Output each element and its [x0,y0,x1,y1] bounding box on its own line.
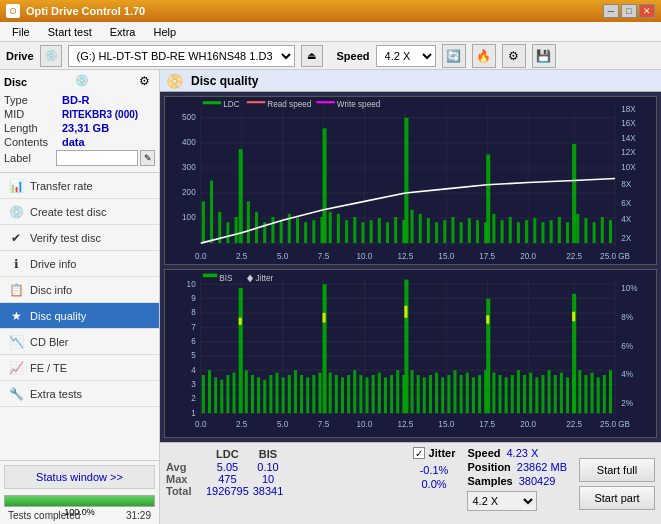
svg-rect-182 [365,377,368,413]
svg-rect-84 [468,218,471,243]
sidebar: Disc 💿 ⚙ Type BD-R MID RITEKBR3 (000) Le… [0,70,160,524]
svg-rect-216 [566,377,569,413]
svg-rect-228 [486,315,489,323]
status-window-button[interactable]: Status window >> [4,465,155,489]
svg-text:2%: 2% [621,397,633,408]
stats-avg-bis: 0.10 [249,461,287,473]
svg-text:7.5: 7.5 [318,252,330,261]
settings-button[interactable]: ⚙ [502,44,526,68]
nav-label-verify-test-disc: Verify test disc [30,232,101,244]
sidebar-item-disc-info[interactable]: 📋 Disc info [0,277,159,303]
svg-rect-178 [341,377,344,413]
svg-text:1: 1 [191,407,196,418]
drive-icon-button[interactable]: 💿 [40,45,62,67]
sidebar-item-transfer-rate[interactable]: 📊 Transfer rate [0,173,159,199]
nav-label-transfer-rate: Transfer rate [30,180,93,192]
col-header-bis: BIS [249,447,287,461]
sidebar-item-create-test-disc[interactable]: 💿 Create test disc [0,199,159,225]
svg-rect-222 [597,377,600,413]
svg-rect-158 [220,380,223,413]
svg-text:100: 100 [182,213,196,222]
start-part-button[interactable]: Start part [579,486,655,510]
drive-select[interactable]: (G:) HL-DT-ST BD-RE WH16NS48 1.D3 [68,45,295,67]
mid-label: MID [4,108,62,120]
stats-bottom-bar: LDC BIS Avg 5.05 0.10 Max [160,442,661,524]
svg-rect-164 [257,377,260,413]
svg-rect-181 [359,375,362,413]
minimize-button[interactable]: ─ [603,4,619,18]
svg-rect-96 [558,217,561,243]
svg-rect-175 [323,284,327,413]
label-edit-button[interactable]: ✎ [140,150,155,166]
sidebar-item-drive-info[interactable]: ℹ Drive info [0,251,159,277]
speed-avg-val: 4.23 X [506,447,538,459]
svg-rect-43 [203,101,221,104]
svg-rect-165 [263,380,266,413]
svg-rect-223 [603,375,606,413]
svg-rect-87 [486,154,490,243]
svg-rect-94 [541,222,544,243]
svg-rect-49 [202,201,205,243]
speed-select[interactable]: 4.2 X [376,45,436,67]
svg-text:17.5: 17.5 [479,252,495,261]
svg-rect-198 [460,375,463,413]
eject-button[interactable]: ⏏ [301,45,323,67]
svg-text:8%: 8% [621,312,633,323]
window-title: Opti Drive Control 1.70 [26,5,145,17]
sidebar-item-verify-test-disc[interactable]: ✔ Verify test disc [0,225,159,251]
app-window: O Opti Drive Control 1.70 ─ □ ✕ File Sta… [0,0,661,524]
maximize-button[interactable]: □ [621,4,637,18]
sidebar-item-disc-quality[interactable]: ★ Disc quality [0,303,159,329]
menu-help[interactable]: Help [145,24,184,40]
svg-rect-171 [300,375,303,413]
nav-label-create-test-disc: Create test disc [30,206,106,218]
svg-rect-224 [609,370,612,413]
svg-rect-78 [419,214,422,243]
svg-rect-67 [337,214,340,243]
bottom-chart-svg: 10 9 8 7 6 5 4 3 2 1 10% 8% 6% [165,270,656,437]
close-button[interactable]: ✕ [639,4,655,18]
svg-rect-160 [233,373,236,414]
disc-quality-icon: ★ [8,308,24,324]
extra-tests-icon: 🔧 [8,386,24,402]
jitter-max: 0.0% [413,477,456,491]
svg-rect-167 [275,373,278,414]
contents-label: Contents [4,136,62,148]
menu-extra[interactable]: Extra [102,24,144,40]
svg-rect-190 [411,370,414,413]
sidebar-item-fe-te[interactable]: 📈 FE / TE [0,355,159,381]
svg-rect-80 [435,222,438,243]
nav-menu: 📊 Transfer rate 💿 Create test disc ✔ Ver… [0,173,159,407]
svg-text:300: 300 [182,163,196,172]
svg-rect-187 [396,370,399,413]
svg-rect-71 [370,220,373,243]
refresh-button[interactable]: 🔄 [442,44,466,68]
svg-rect-70 [361,222,364,243]
svg-rect-183 [372,375,375,413]
label-input[interactable] [56,150,138,166]
svg-text:◆ Jitter: ◆ Jitter [247,272,273,283]
label-label: Label [4,152,56,164]
transfer-rate-icon: 📊 [8,178,24,194]
burn-button[interactable]: 🔥 [472,44,496,68]
svg-rect-196 [447,375,450,413]
svg-rect-176 [329,373,332,414]
stats-row-avg-label: Avg [166,461,206,473]
svg-rect-66 [329,212,332,243]
svg-text:8: 8 [191,307,196,318]
speed-select-stats[interactable]: 4.2 X [467,491,537,511]
svg-rect-161 [239,288,243,413]
type-label: Type [4,94,62,106]
svg-rect-89 [501,220,504,243]
drive-bar: Drive 💿 (G:) HL-DT-ST BD-RE WH16NS48 1.D… [0,42,661,70]
sidebar-item-cd-bler[interactable]: 📉 CD Bler [0,329,159,355]
menu-start-test[interactable]: Start test [40,24,100,40]
save-button[interactable]: 💾 [532,44,556,68]
sidebar-item-extra-tests[interactable]: 🔧 Extra tests [0,381,159,407]
svg-text:8X: 8X [621,180,631,189]
svg-rect-211 [535,377,538,413]
disc-settings-icon[interactable]: ⚙ [139,74,155,90]
start-full-button[interactable]: Start full [579,458,655,482]
jitter-checkbox[interactable]: ✓ [413,447,425,459]
menu-file[interactable]: File [4,24,38,40]
